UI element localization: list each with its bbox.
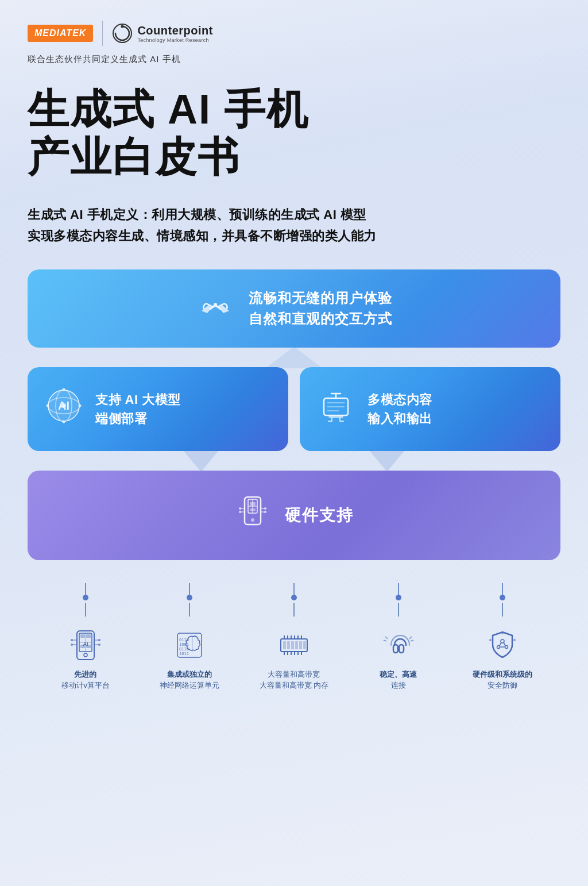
hw-neural-label: 集成或独立的 神经网络运算单元	[160, 669, 219, 690]
hw-mobile-platform-label: 先进的 移动计v算平台	[61, 669, 110, 690]
svg-point-57	[98, 644, 100, 646]
svg-point-98	[513, 639, 516, 641]
svg-point-91	[497, 646, 500, 649]
top-box-text: 流畅和无缝的用户体验 自然和直观的交互方式	[249, 288, 392, 329]
svg-rect-85	[397, 647, 400, 650]
svg-text:1011: 1011	[179, 652, 189, 656]
hw-neural-icon: 0110 1001 0110 1011	[171, 627, 208, 664]
svg-point-52	[71, 639, 73, 641]
top-box-line2: 自然和直观的交互方式	[249, 309, 392, 329]
svg-rect-30	[250, 509, 256, 511]
counterpoint-icon	[112, 23, 133, 44]
middle-box-multimodal-text: 多模态内容 输入和输出	[368, 390, 432, 428]
counterpoint-logo: Counterpoint Technology Market Research	[112, 23, 213, 44]
counterpoint-sub-text: Technology Market Research	[137, 37, 213, 44]
svg-rect-70	[303, 641, 306, 649]
bottom-box-hardware: 硬件支持	[28, 471, 560, 560]
pyramid-diagram: 流畅和无缝的用户体验 自然和直观的交互方式 AI	[28, 269, 560, 560]
middle-box-multimodal: 多模态内容 输入和输出	[300, 367, 560, 451]
middle-left-line1: 支持 AI 大模型	[95, 390, 181, 409]
middle-row: AI 支持 AI 大模型 端侧部署	[28, 367, 560, 451]
svg-line-93	[500, 642, 501, 646]
svg-point-10	[61, 403, 66, 408]
svg-point-12	[47, 405, 49, 407]
svg-rect-65	[283, 641, 286, 649]
svg-point-2	[214, 303, 217, 306]
hardware-items-row: AI	[28, 583, 560, 690]
svg-point-49	[84, 653, 87, 657]
svg-marker-5	[265, 346, 323, 368]
hardware-label: 硬件支持	[285, 504, 354, 526]
mediatek-logo: MEDIATEK	[28, 25, 93, 42]
svg-line-94	[504, 642, 505, 646]
svg-rect-46	[86, 634, 91, 638]
svg-point-37	[264, 507, 266, 510]
svg-point-39	[251, 518, 254, 522]
counterpoint-main-text: Counterpoint	[137, 24, 213, 37]
svg-marker-23	[184, 451, 218, 472]
svg-point-36	[239, 511, 241, 513]
main-title-line1: 生成式 AI 手机	[28, 86, 560, 133]
middle-right-line2: 输入和输出	[368, 409, 432, 428]
middle-box-ai-model: AI 支持 AI 大模型 端侧部署	[28, 367, 288, 451]
svg-rect-16	[328, 415, 343, 418]
hardware-icon	[234, 494, 271, 537]
arrow-connector-top	[28, 346, 560, 368]
svg-point-3	[210, 307, 212, 310]
arrow-left-down	[184, 451, 218, 472]
svg-rect-69	[299, 641, 302, 649]
hw-mobile-platform-icon: AI	[67, 627, 104, 664]
main-title: 生成式 AI 手机 产业白皮书	[28, 86, 560, 181]
arrow-up-svg	[265, 346, 323, 368]
svg-point-35	[239, 507, 241, 510]
hw-memory-icon	[276, 627, 312, 664]
hw-security-icon	[484, 627, 521, 664]
main-title-line2: 产业白皮书	[28, 133, 560, 181]
svg-line-86	[385, 637, 388, 639]
definition-text: 生成式 AI 手机定义：利用大规模、预训练的生成式 AI 模型实现多模态内容生成…	[28, 204, 560, 247]
counterpoint-text: Counterpoint Technology Market Research	[137, 24, 213, 44]
svg-point-4	[219, 307, 221, 310]
hw-item-security: 硬件级和系统级的 安全防御	[450, 583, 555, 690]
svg-rect-68	[295, 641, 298, 649]
svg-rect-29	[250, 502, 256, 506]
middle-box-ai-text: 支持 AI 大模型 端侧部署	[95, 390, 181, 428]
svg-rect-47	[80, 645, 85, 648]
hw-memory-label: 大容量和高带宽 大容量和高带宽 内存	[260, 669, 329, 690]
hw-connectivity-label: 稳定、高速 连接	[380, 669, 417, 690]
svg-point-1	[121, 25, 124, 28]
hw-connectivity-icon	[380, 627, 417, 664]
definition-content: 生成式 AI 手机定义：利用大规模、预训练的生成式 AI 模型实现多模态内容生成…	[28, 207, 377, 243]
svg-point-97	[489, 639, 492, 641]
top-box-user-experience: 流畅和无缝的用户体验 自然和直观的交互方式	[28, 269, 560, 348]
svg-point-13	[63, 388, 65, 391]
header: MEDIATEK Counterpoint Technology Market …	[28, 21, 560, 46]
svg-point-53	[71, 644, 73, 646]
subtitle: 联合生态伙伴共同定义生成式 AI 手机	[28, 54, 560, 65]
hw-item-memory: 大容量和高带宽 大容量和高带宽 内存	[242, 583, 346, 690]
hw-item-mobile-platform: AI	[33, 583, 138, 690]
arrows-middle-bottom	[28, 451, 560, 472]
svg-point-56	[98, 639, 100, 641]
top-box-line1: 流畅和无缝的用户体验	[249, 288, 392, 309]
svg-line-88	[409, 637, 412, 639]
svg-point-96	[501, 632, 504, 634]
svg-line-89	[411, 640, 413, 641]
svg-line-87	[384, 640, 386, 641]
svg-rect-45	[80, 634, 85, 638]
svg-rect-66	[287, 641, 290, 649]
svg-rect-67	[291, 641, 294, 649]
hw-item-connectivity: 稳定、高速 连接	[346, 583, 451, 690]
svg-marker-24	[370, 451, 404, 472]
interaction-icon	[196, 289, 235, 328]
arrow-right-down	[370, 451, 404, 472]
ai-model-icon: AI	[44, 386, 84, 433]
hw-item-neural-net: 0110 1001 0110 1011 集成或独立的 神经网络运算单元	[138, 583, 242, 690]
middle-right-line1: 多模态内容	[368, 390, 432, 409]
multimodal-icon	[316, 386, 356, 433]
svg-rect-48	[86, 645, 91, 648]
svg-point-92	[505, 646, 508, 649]
middle-left-line2: 端侧部署	[95, 409, 181, 428]
header-divider	[102, 21, 103, 46]
svg-point-38	[264, 511, 266, 513]
